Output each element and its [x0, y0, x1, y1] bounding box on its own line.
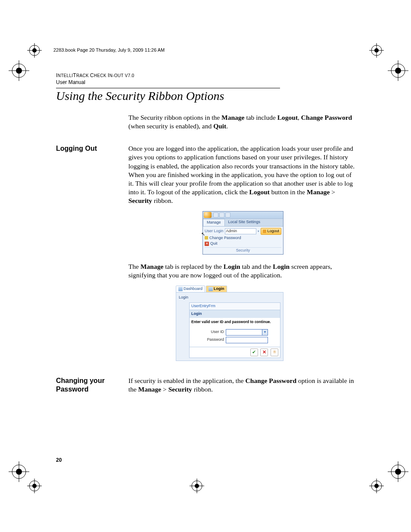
- key-icon: [205, 236, 208, 240]
- user-id-label: User ID: [202, 330, 224, 335]
- qat-dropdown-icon[interactable]: [225, 212, 230, 218]
- quit-button[interactable]: ✕ Quit: [205, 241, 281, 246]
- reg-mark-icon: [369, 479, 384, 493]
- password-field[interactable]: [226, 337, 268, 343]
- section-heading-changing-password: Changing your Password: [56, 376, 128, 400]
- reg-mark-icon: [388, 461, 402, 476]
- section-heading-logging-out: Logging Out: [56, 144, 128, 369]
- login-screenshot: Dashboard Login Login UserEntryFrm Login…: [176, 286, 283, 361]
- form-header: Login: [190, 310, 280, 318]
- page-title: Using the Security Ribbon Options: [56, 89, 358, 103]
- logging-out-paragraph-1: Once you are logged into the application…: [128, 144, 358, 205]
- form-icon: [178, 287, 183, 291]
- form-icon: [209, 287, 213, 291]
- user-login-label: User Login: [205, 229, 224, 234]
- logging-out-paragraph-2: The Manage tab is replaced by the Login …: [128, 262, 358, 280]
- tab-local-site-settings[interactable]: Local Site Settings: [225, 219, 264, 226]
- user-login-field[interactable]: Admin: [225, 228, 257, 234]
- intro-paragraph: The Security ribbon options in the Manag…: [128, 113, 358, 137]
- ok-button[interactable]: ✔: [250, 348, 258, 356]
- tab-manage[interactable]: Manage: [203, 219, 225, 226]
- qat-undo-icon[interactable]: [213, 212, 218, 218]
- exit-button[interactable]: ⎘: [271, 348, 278, 356]
- cancel-button[interactable]: ✕: [260, 348, 268, 356]
- form-instruction: Enter valid user ID and password to cont…: [190, 318, 280, 328]
- tab-dashboard[interactable]: Dashboard: [176, 286, 205, 292]
- user-login-dropdown-icon[interactable]: ▾: [258, 229, 259, 233]
- running-header: INTELLITRACK CHECK IN-OUT V7.0: [56, 72, 358, 78]
- reg-mark-icon: [388, 60, 402, 75]
- close-icon: ✕: [205, 242, 209, 246]
- book-info-line: 2283.book Page 20 Thursday, July 9, 2009…: [53, 47, 358, 53]
- changing-password-paragraph: If security is enabled in the applicatio…: [128, 376, 358, 394]
- orb-icon[interactable]: [204, 212, 212, 218]
- reg-mark-icon: [369, 43, 384, 58]
- ribbon-screenshot: Manage Local Site Settings User Login Ad…: [202, 211, 283, 254]
- qat-redo-icon[interactable]: [219, 212, 224, 218]
- page-number: 20: [56, 457, 62, 463]
- user-id-dropdown-icon[interactable]: ▾: [262, 330, 268, 335]
- reg-mark-icon: [9, 60, 23, 75]
- page-content: 2283.book Page 20 Thursday, July 9, 2009…: [56, 47, 358, 408]
- password-label: Password: [202, 337, 224, 342]
- form-title: UserEntryFrm: [190, 303, 280, 310]
- reg-mark-icon: [27, 479, 42, 493]
- logout-button[interactable]: Logout: [261, 228, 281, 235]
- running-subheader: User Manual: [56, 79, 358, 85]
- reg-mark-icon: [9, 461, 23, 476]
- reg-mark-icon: [27, 43, 42, 58]
- user-id-field[interactable]: ▾: [226, 329, 268, 336]
- lock-icon: [263, 230, 266, 233]
- tab-login[interactable]: Login: [206, 286, 227, 292]
- reg-mark-icon: [190, 479, 204, 493]
- title-rule: [56, 88, 280, 88]
- change-password-button[interactable]: Change Password: [205, 236, 281, 241]
- ribbon-group-label: Security: [205, 247, 281, 253]
- login-caption: Login: [179, 295, 283, 300]
